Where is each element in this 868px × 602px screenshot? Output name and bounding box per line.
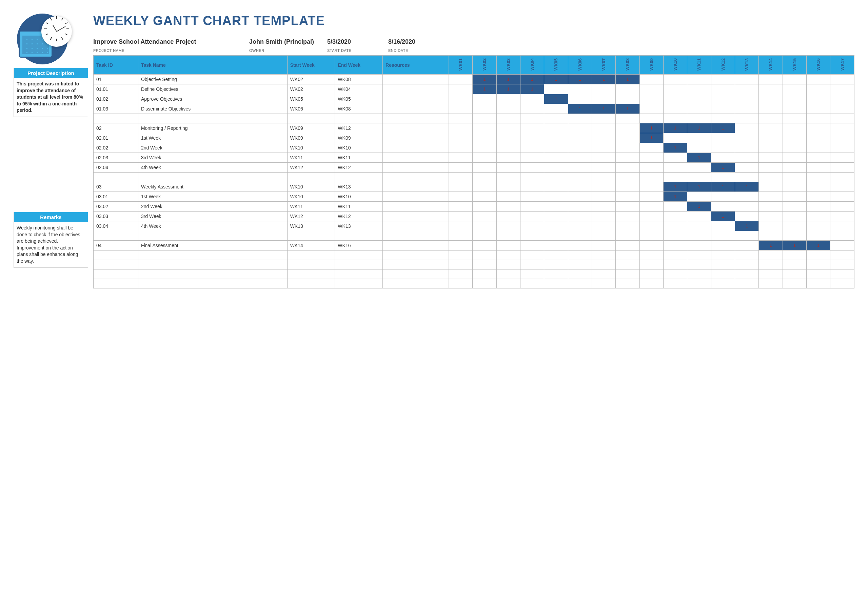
table-row [94, 269, 854, 279]
project-name-label: PROJECT NAME [93, 49, 249, 52]
week-header-WK17: WK17 [830, 55, 854, 75]
week-header-WK07: WK07 [591, 55, 615, 75]
gantt-bar-cell: 1 [473, 84, 496, 94]
gantt-bar-cell: 1 [783, 241, 806, 250]
gantt-bar-cell: 1 [807, 241, 830, 250]
table-row: 03.011st WeekWK10WK101 [94, 192, 854, 202]
gantt-bar-cell: 1 [687, 182, 711, 192]
gantt-bar-cell: 1 [521, 75, 544, 84]
gantt-bar-cell: 1 [687, 153, 711, 162]
table-row: 03.033rd WeekWK12WK121 [94, 212, 854, 221]
week-header-WK12: WK12 [711, 55, 735, 75]
table-row [94, 114, 854, 123]
column-header-resources: Resources [383, 55, 449, 75]
gantt-bar-cell: 1 [711, 123, 735, 133]
gantt-bar-cell: 1 [711, 182, 735, 192]
table-row: 03.044th WeekWK13WK131 [94, 221, 854, 231]
remarks-box: Remarks Weekly monitoring shall be done … [14, 212, 88, 268]
week-header-WK03: WK03 [496, 55, 520, 75]
table-row: 02.033rd WeekWK11WK111 [94, 153, 854, 163]
gantt-bar-cell: 1 [616, 75, 639, 84]
gantt-bar-cell: 1 [544, 94, 568, 104]
week-header-WK11: WK11 [687, 55, 711, 75]
owner-label: OWNER [249, 49, 327, 52]
gantt-bar-cell: 1 [640, 133, 663, 143]
week-header-WK08: WK08 [616, 55, 639, 75]
gantt-bar-cell: 1 [568, 75, 591, 84]
gantt-bar-cell: 1 [497, 75, 520, 84]
gantt-bar-cell: 1 [759, 241, 782, 250]
remarks-text: Weekly monitoring shall be done to check… [14, 222, 88, 267]
week-header-WK09: WK09 [639, 55, 663, 75]
gantt-bar-cell: 1 [592, 104, 615, 114]
table-row: 02.022nd WeekWK10WK101 [94, 143, 854, 153]
gantt-bar-cell: 1 [664, 182, 687, 192]
week-header-WK13: WK13 [735, 55, 759, 75]
table-row [94, 172, 854, 182]
gantt-bar-cell: 1 [497, 84, 520, 94]
gantt-bar-cell: 1 [664, 143, 687, 152]
gantt-bar-cell: 1 [664, 123, 687, 133]
table-row [94, 231, 854, 241]
table-row: 04Final AssessmentWK14WK16111 [94, 241, 854, 250]
project-name-value: Improve School Attendance Project [93, 38, 249, 47]
gantt-bar-cell: 1 [568, 104, 591, 114]
table-row: 01Objective SettingWK02WK081111111 [94, 75, 854, 84]
column-header-start_week: Start Week [287, 55, 335, 75]
gantt-bar-cell: 1 [616, 104, 639, 114]
table-row: 02Monitoring / ReportingWK09WK121111 [94, 123, 854, 133]
table-row: 01.02Approve ObjectivesWK05WK051 [94, 94, 854, 104]
gantt-bar-cell: 1 [735, 221, 759, 231]
column-header-task_name: Task Name [138, 55, 287, 75]
week-header-WK15: WK15 [782, 55, 806, 75]
owner-value: John Smith (Principal) [249, 38, 327, 47]
gantt-bar-cell: 1 [687, 123, 711, 133]
table-row [94, 279, 854, 289]
table-row: 03Weekly AssessmentWK10WK131111 [94, 182, 854, 192]
table-row: 01.01Define ObjectivesWK02WK04111 [94, 84, 854, 94]
week-header-WK01: WK01 [449, 55, 472, 75]
table-row: 02.011st WeekWK09WK091 [94, 133, 854, 143]
table-row: 03.022nd WeekWK11WK111 [94, 202, 854, 212]
project-description-box: Project Description This project was ini… [14, 68, 88, 117]
week-header-WK16: WK16 [807, 55, 830, 75]
gantt-bar-cell: 1 [473, 75, 496, 84]
start-date-label: START DATE [327, 49, 388, 52]
week-header-WK04: WK04 [520, 55, 544, 75]
week-header-WK14: WK14 [759, 55, 782, 75]
gantt-bar-cell: 1 [711, 163, 735, 172]
gantt-bar-cell: 1 [711, 212, 735, 221]
column-header-task_id: Task ID [94, 55, 138, 75]
logo-icon [14, 14, 75, 61]
start-date-value: 5/3/2020 [327, 38, 388, 47]
gantt-bar-cell: 1 [687, 202, 711, 211]
gantt-bar-cell: 1 [592, 75, 615, 84]
gantt-table: Task IDTask NameStart WeekEnd WeekResour… [93, 55, 854, 289]
gantt-bar-cell: 1 [664, 192, 687, 201]
table-row [94, 260, 854, 269]
table-row [94, 250, 854, 260]
remarks-header: Remarks [14, 212, 88, 222]
gantt-bar-cell: 1 [640, 123, 663, 133]
week-header-WK10: WK10 [663, 55, 687, 75]
gantt-bar-cell: 1 [521, 84, 544, 94]
week-header-WK05: WK05 [544, 55, 568, 75]
project-meta-row: Improve School Attendance Project PROJEC… [93, 38, 854, 52]
end-date-value: 8/16/2020 [388, 38, 449, 47]
project-description-header: Project Description [14, 68, 88, 78]
gantt-bar-cell: 1 [735, 182, 759, 192]
week-header-WK02: WK02 [473, 55, 496, 75]
end-date-label: END DATE [388, 49, 449, 52]
table-row: 02.044th WeekWK12WK121 [94, 163, 854, 172]
page-title: WEEKLY GANTT CHART TEMPLATE [93, 14, 854, 28]
table-row: 01.03Disseminate ObjectivesWK06WK08111 [94, 104, 854, 114]
gantt-bar-cell: 1 [544, 75, 568, 84]
week-header-WK06: WK06 [568, 55, 591, 75]
column-header-end_week: End Week [335, 55, 383, 75]
project-description-text: This project was initiated to improve th… [14, 78, 88, 117]
